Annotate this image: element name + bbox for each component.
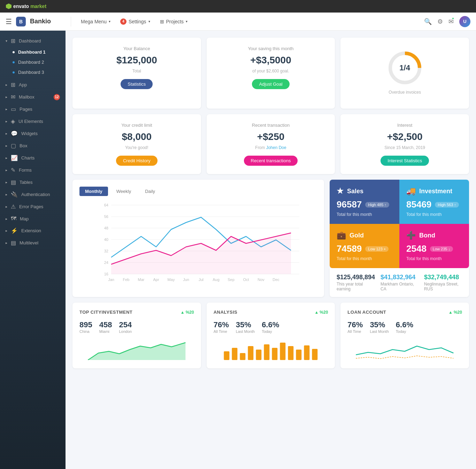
dot-icon-2 bbox=[13, 61, 15, 63]
loan-alltime-value: 76% bbox=[347, 320, 363, 329]
transaction-value: +$250 bbox=[214, 131, 328, 142]
line-chart-svg: 64 56 48 40 32 24 16 Jan Feb Mar bbox=[79, 202, 317, 285]
loan-stats: 76% All Time 35% Last Month 6.6% Today bbox=[347, 320, 462, 334]
svg-rect-33 bbox=[240, 353, 245, 360]
sidebar-group-label: Dashboard bbox=[19, 38, 41, 44]
sidebar-group-extension[interactable]: ▸ ⚡ Extension bbox=[0, 225, 66, 237]
svg-text:Feb: Feb bbox=[123, 278, 130, 282]
china-label: China bbox=[79, 329, 92, 334]
notification-dot bbox=[452, 17, 454, 20]
sidebar-item-dashboard1[interactable]: Dashboard 1 bbox=[0, 47, 66, 57]
settings-icon[interactable]: ⚙ bbox=[437, 18, 443, 25]
investment-badge-value: 563 bbox=[447, 203, 453, 207]
alltime-value: 76% bbox=[214, 320, 229, 329]
sidebar-group-pages[interactable]: ▸ ▭ Pages bbox=[0, 103, 66, 115]
tab-weekly[interactable]: Weekly bbox=[111, 187, 137, 196]
svg-text:Mar: Mar bbox=[138, 278, 145, 282]
nav-projects[interactable]: ⊞ Projects ▾ bbox=[156, 17, 192, 26]
top-city-title: TOP CITYINVESTMENT bbox=[79, 310, 132, 315]
chevron-down-icon-2: ▾ bbox=[148, 19, 150, 23]
statistics-button[interactable]: Statistics bbox=[121, 79, 153, 89]
arrow-icon-tables: ▸ bbox=[6, 180, 7, 184]
gold-card: 💼 Gold 74589 Low 123 + Total for this mo… bbox=[330, 224, 399, 268]
svg-text:48: 48 bbox=[104, 226, 108, 230]
interest-label: Interest bbox=[347, 123, 462, 128]
sidebar-group-forms[interactable]: ▸ ✎ Forms bbox=[0, 164, 66, 176]
london-value: 254 bbox=[119, 320, 132, 329]
earning-total-label: This year total earning bbox=[337, 282, 375, 291]
recent-transactions-button[interactable]: Recent transactions bbox=[244, 156, 298, 166]
sidebar-group-auth[interactable]: ▸ 🔌 Authentication bbox=[0, 188, 66, 201]
svg-text:Sep: Sep bbox=[228, 278, 235, 282]
sidebar-item-dashboard2[interactable]: Dashboard 2 bbox=[0, 57, 66, 67]
arrow-icon-charts: ▸ bbox=[6, 156, 7, 160]
loan-trend: ▲ %20 bbox=[448, 310, 462, 315]
stat-alltime: 76% All Time bbox=[214, 320, 229, 334]
miami-value: 458 bbox=[99, 320, 112, 329]
sidebar-group-ui[interactable]: ▸ ◈ UI Elements bbox=[0, 115, 66, 127]
sidebar-group-tables[interactable]: ▸ ▤ Tables bbox=[0, 176, 66, 188]
investment-arrow-icon: ↑ bbox=[454, 203, 456, 207]
svg-rect-41 bbox=[304, 345, 309, 360]
svg-text:Aug: Aug bbox=[213, 278, 220, 282]
svg-rect-38 bbox=[280, 343, 285, 360]
dot-icon bbox=[13, 51, 15, 53]
tab-daily[interactable]: Daily bbox=[139, 187, 161, 196]
investment-card: 🚚 Investment 85469 High 563 ↑ Total for … bbox=[399, 180, 469, 224]
sidebar-group-error[interactable]: ▸ ⚠ Error Pages bbox=[0, 201, 66, 213]
tab-monthly[interactable]: Monthly bbox=[79, 187, 108, 196]
bar-chart-svg bbox=[214, 339, 328, 360]
svg-text:64: 64 bbox=[104, 203, 108, 207]
credit-history-button[interactable]: Credit History bbox=[116, 156, 158, 166]
gold-title: Gold bbox=[350, 232, 364, 239]
bond-title: Bond bbox=[419, 232, 435, 239]
investment-value-row: 85469 High 563 ↑ bbox=[406, 199, 462, 210]
widgets-icon: 💬 bbox=[11, 130, 18, 137]
interest-statistics-button[interactable]: Interest Statistics bbox=[381, 156, 429, 166]
envato-market: market bbox=[30, 3, 46, 9]
sidebar-group-widgets[interactable]: ▸ 💬 Widgets bbox=[0, 127, 66, 140]
stat-london: 254 London bbox=[119, 320, 132, 334]
multilevel-icon: ▤ bbox=[11, 240, 16, 246]
sidebar-group-charts[interactable]: ▸ 📈 Charts bbox=[0, 152, 66, 164]
svg-text:Apr: Apr bbox=[153, 278, 159, 282]
credit-limit-card: Your credit limit $8,000 You're good! Cr… bbox=[72, 114, 201, 174]
sidebar-group-map[interactable]: ▸ 🗺 Map bbox=[0, 213, 66, 225]
earning-markham: $41,832,964 Markham Ontario, CA bbox=[381, 274, 419, 291]
investment-header: 🚚 Investment bbox=[406, 187, 462, 196]
auth-label: Authentication bbox=[21, 192, 50, 197]
bond-header: ➕ Bond bbox=[406, 231, 462, 240]
interest-card: Interest +$2,500 Since 15 March, 2019 In… bbox=[340, 114, 469, 174]
search-icon[interactable]: 🔍 bbox=[424, 18, 432, 25]
sidebar-group-box[interactable]: ▸ ▢ Box bbox=[0, 140, 66, 152]
overdue-card: 1/4 Overdue invoices bbox=[340, 38, 469, 109]
nav-mega-menu[interactable]: Mega Menu ▾ bbox=[77, 17, 115, 26]
svg-text:24: 24 bbox=[104, 260, 108, 265]
sidebar-group-mailbox[interactable]: ▸ ✉ Mailbox 12 bbox=[0, 91, 66, 103]
ui-icon: ◈ bbox=[11, 118, 15, 125]
sidebar-item-dashboard3[interactable]: Dashboard 3 bbox=[0, 67, 66, 77]
envato-text: envato bbox=[13, 3, 29, 9]
nav-projects-label: Projects bbox=[166, 19, 184, 24]
sidebar-group-multilevel[interactable]: ▸ ▤ Multilevel bbox=[0, 237, 66, 249]
hamburger-icon[interactable]: ☰ bbox=[6, 17, 12, 26]
stats-column: ★ Sales 96587 High 485 ↑ Total for this … bbox=[330, 180, 469, 297]
nav-settings[interactable]: 4 Settings ▾ bbox=[116, 16, 154, 27]
mail-icon[interactable]: ✉ bbox=[448, 18, 454, 25]
sidebar-group-dashboard[interactable]: ▾ ⊞ Dashboard bbox=[0, 35, 66, 47]
donut-number: 1/4 bbox=[399, 63, 410, 72]
top-city-header: TOP CITYINVESTMENT ▲ %20 bbox=[79, 310, 194, 315]
china-value: 895 bbox=[79, 320, 92, 329]
top-city-card: TOP CITYINVESTMENT ▲ %20 895 China 458 M… bbox=[72, 303, 201, 368]
earnings-row: $125,498,894 This year total earning $41… bbox=[330, 268, 469, 297]
stat-china: 895 China bbox=[79, 320, 92, 334]
widgets-label: Widgets bbox=[21, 131, 38, 136]
credit-limit-label: Your credit limit bbox=[79, 123, 194, 128]
stats-grid: ★ Sales 96587 High 485 ↑ Total for this … bbox=[330, 180, 469, 268]
gold-badge-value: 123 bbox=[376, 247, 383, 251]
loan-lastmonth-label: Last Month bbox=[370, 329, 389, 334]
sales-badge: High 485 ↑ bbox=[365, 202, 389, 208]
avatar[interactable]: U bbox=[459, 16, 470, 27]
sidebar-group-app[interactable]: ▸ ⊞ App bbox=[0, 79, 66, 91]
adjust-goal-button[interactable]: Adjust Goal bbox=[252, 79, 289, 89]
